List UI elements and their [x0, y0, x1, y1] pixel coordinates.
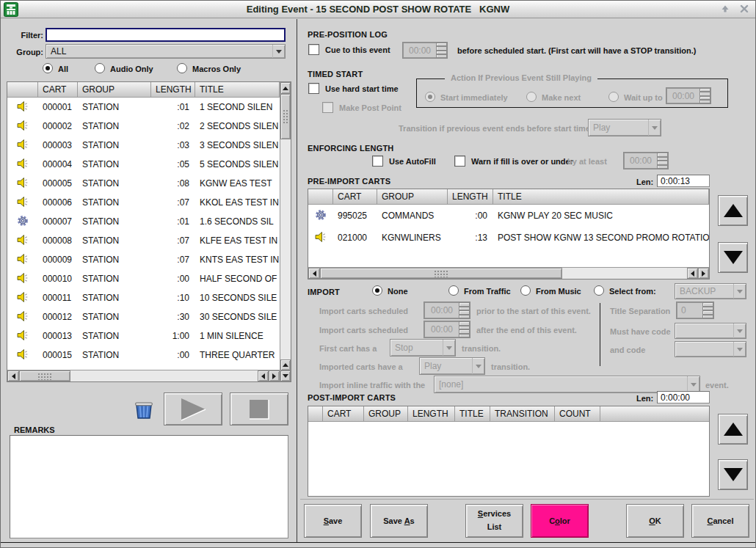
sched-prior-spinner[interactable]: 00:00: [424, 302, 470, 319]
hscroll-track[interactable]: [70, 370, 258, 381]
col-cart[interactable]: CART: [38, 82, 78, 98]
warn-time-spinner[interactable]: 00:00: [623, 152, 669, 169]
scroll-right-icon[interactable]: [269, 370, 280, 381]
warn-fill-checkbox[interactable]: [454, 156, 465, 167]
close-window-button[interactable]: [735, 2, 753, 17]
save-button[interactable]: Save: [304, 504, 362, 538]
first-cart-transition-select[interactable]: Stop: [390, 339, 456, 357]
scroll-left-icon[interactable]: [7, 370, 19, 381]
stop-button[interactable]: [230, 392, 288, 425]
radio-import-music[interactable]: [520, 285, 531, 296]
scroll-down-icon[interactable]: [280, 370, 291, 381]
col-length[interactable]: LENGTH: [151, 82, 195, 98]
cancel-button[interactable]: Cancel: [691, 504, 749, 538]
col-title[interactable]: TITLE: [455, 406, 490, 422]
cart-list-vscrollbar[interactable]: [280, 82, 291, 381]
cart-row[interactable]: 000011 STATION :10 10 SECONDS SILE: [7, 288, 280, 307]
spin-up-icon[interactable]: [459, 302, 470, 310]
radio-import-traffic[interactable]: [448, 285, 459, 296]
cue-to-event-checkbox[interactable]: [308, 44, 319, 55]
col-length[interactable]: LENGTH: [408, 406, 455, 422]
col-icon[interactable]: [308, 189, 333, 205]
cart-list-hscrollbar[interactable]: [7, 370, 280, 381]
col-group[interactable]: GROUP: [78, 82, 151, 98]
spin-down-icon[interactable]: [459, 310, 470, 318]
cart-row[interactable]: 000002 STATION :02 2 SECONDS SILEN: [7, 117, 280, 136]
hard-start-checkbox[interactable]: [308, 83, 319, 94]
pre-import-move-down-button[interactable]: [718, 242, 748, 273]
scroll-right-icon[interactable]: [698, 268, 709, 279]
col-group[interactable]: GROUP: [364, 406, 408, 422]
post-import-move-up-button[interactable]: [718, 414, 748, 445]
col-icon[interactable]: [7, 82, 38, 98]
spin-down-icon[interactable]: [702, 310, 713, 318]
group-select[interactable]: ALL: [46, 44, 286, 59]
spin-down-icon[interactable]: [657, 161, 668, 169]
spin-up-icon[interactable]: [657, 153, 668, 161]
radio-all[interactable]: [43, 63, 53, 73]
col-title[interactable]: TITLE: [195, 82, 280, 98]
cart-list-header[interactable]: CART GROUP LENGTH TITLE: [7, 82, 280, 98]
cart-row[interactable]: 000008 STATION :07 KLFE EAS TEST IN: [7, 231, 280, 250]
pre-import-header[interactable]: CART GROUP LENGTH TITLE: [308, 189, 709, 205]
chevron-down-icon[interactable]: [472, 358, 484, 374]
spin-down-icon[interactable]: [436, 51, 447, 59]
radio-start-immediately[interactable]: [425, 92, 435, 102]
spin-down-icon[interactable]: [699, 96, 710, 104]
spin-up-icon[interactable]: [436, 43, 447, 51]
col-transition[interactable]: TRANSITION: [490, 406, 555, 422]
cart-row[interactable]: 000005 STATION :08 KGNW EAS TEST: [7, 174, 280, 193]
sched-after-spinner[interactable]: 00:00: [424, 321, 470, 338]
scroll-up-icon[interactable]: [280, 82, 291, 94]
select-from-select[interactable]: BACKUP: [675, 283, 746, 299]
scroll-up-icon[interactable]: [280, 359, 291, 370]
cart-row[interactable]: 000009 STATION :07 KNTS EAS TEST IN: [7, 250, 280, 269]
must-have-code-select[interactable]: [675, 323, 746, 339]
chevron-down-icon[interactable]: [733, 324, 746, 338]
services-list-button[interactable]: Services List: [465, 504, 523, 538]
col-cart[interactable]: CART: [333, 189, 377, 205]
scroll-left-icon[interactable]: [258, 370, 269, 381]
pre-import-row[interactable]: 995025 COMMANDS :00 KGNW PLAY 20 SEC MUS…: [308, 205, 709, 227]
cue-time-spinner[interactable]: 00:00: [402, 42, 448, 59]
radio-audio-only[interactable]: [95, 63, 105, 73]
cart-list[interactable]: CART GROUP LENGTH TITLE: [7, 81, 291, 382]
chevron-down-icon[interactable]: [733, 342, 746, 357]
color-button[interactable]: Color: [531, 504, 589, 538]
titlebar[interactable]: Editing Event - 15 SECOND POST SHOW ROTA…: [1, 1, 755, 18]
col-count[interactable]: COUNT: [555, 406, 600, 422]
radio-wait-up-to[interactable]: [608, 92, 619, 102]
chevron-down-icon[interactable]: [443, 340, 455, 356]
cart-row[interactable]: 000015 STATION :00 THREE QUARTER: [7, 346, 280, 365]
scroll-left-icon[interactable]: [308, 268, 320, 279]
cart-row[interactable]: 000003 STATION :03 3 SECONDS SILEN: [7, 136, 280, 155]
col-cart[interactable]: CART: [323, 406, 364, 422]
col-length[interactable]: LENGTH: [448, 189, 493, 205]
pre-import-table[interactable]: CART GROUP LENGTH TITLE: [308, 189, 710, 280]
radio-import-none[interactable]: [372, 285, 382, 296]
chevron-down-icon[interactable]: [648, 120, 661, 136]
pre-import-move-up-button[interactable]: [718, 195, 748, 226]
post-import-header[interactable]: CART GROUP LENGTH TITLE TRANSITION COUNT: [308, 406, 709, 422]
chevron-down-icon[interactable]: [272, 45, 285, 58]
use-autofill-checkbox[interactable]: [372, 156, 383, 167]
pre-import-row[interactable]: 021000 KGNWLINERS :13 POST SHOW KGNW 13 …: [308, 227, 709, 249]
hscroll-track[interactable]: [562, 268, 687, 279]
cart-row[interactable]: 000004 STATION :05 5 SECONDS SILEN: [7, 155, 280, 174]
radio-macros-only[interactable]: [177, 63, 187, 73]
scroll-left-icon[interactable]: [687, 268, 698, 279]
filter-input[interactable]: [46, 28, 286, 42]
imported-carts-transition-select[interactable]: Play: [419, 357, 485, 375]
chevron-down-icon[interactable]: [687, 376, 699, 392]
spin-down-icon[interactable]: [459, 329, 470, 337]
shade-window-button[interactable]: [716, 2, 734, 17]
vscroll-thumb[interactable]: [280, 94, 291, 139]
col-title[interactable]: TITLE: [493, 189, 709, 205]
radio-make-next[interactable]: [526, 92, 537, 102]
post-import-table[interactable]: CART GROUP LENGTH TITLE TRANSITION COUNT: [308, 406, 710, 497]
hscroll-thumb[interactable]: [320, 268, 562, 279]
make-post-point-checkbox[interactable]: [322, 102, 333, 113]
save-as-button[interactable]: Save As: [370, 504, 428, 538]
spin-up-icon[interactable]: [702, 302, 713, 310]
cart-row[interactable]: 000007 STATION :01 1.6 SECONDS SIL: [7, 212, 280, 231]
